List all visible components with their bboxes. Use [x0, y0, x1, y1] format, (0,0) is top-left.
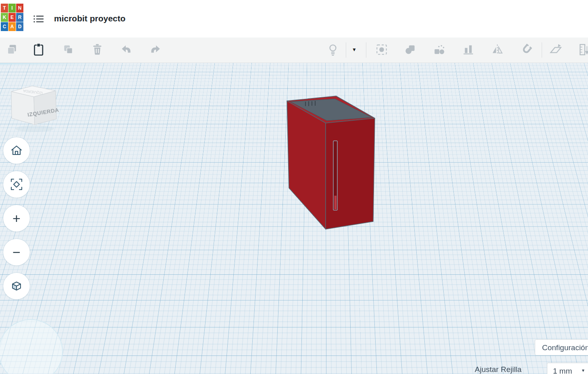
lightbulb-icon — [326, 43, 340, 56]
copy-icon — [5, 43, 19, 56]
plus-icon: + — [12, 211, 21, 225]
select-caret-icon: ▾ — [582, 368, 584, 373]
toolbar-divider — [346, 42, 346, 58]
snap-grid-label: Ajustar Rejilla — [475, 365, 522, 374]
home-icon — [9, 143, 24, 158]
workplane-button[interactable] — [549, 42, 563, 58]
paste-icon — [32, 42, 47, 57]
redo-icon — [149, 43, 162, 56]
logo-tile: T — [1, 4, 8, 13]
trash-icon — [91, 43, 104, 56]
header-bar: T I N K E R C A D microbit proyecto — [0, 0, 588, 38]
home-view-button[interactable] — [3, 137, 30, 164]
ruler-icon — [578, 43, 588, 56]
fit-view-icon — [9, 177, 24, 192]
zoom-out-button[interactable]: − — [3, 239, 30, 265]
logo-tile: R — [16, 13, 23, 22]
magnet-icon — [519, 43, 533, 56]
undo-icon — [119, 43, 133, 56]
ungroup-button[interactable] — [432, 42, 447, 58]
perspective-toggle-button[interactable] — [3, 273, 30, 299]
list-menu-icon — [33, 14, 44, 24]
perspective-cube-icon — [9, 279, 24, 293]
logo-tile: C — [1, 22, 8, 31]
model-slot-fill — [335, 196, 337, 209]
grid-settings-button[interactable]: Configuración — [535, 339, 588, 355]
visibility-dropdown-button[interactable]: ▼ — [349, 42, 359, 58]
chevron-down-icon: ▼ — [352, 47, 357, 52]
logo-tile: A — [8, 22, 16, 31]
snap-grid-select[interactable]: 1 mm ▾ — [547, 363, 588, 374]
selection-box-icon — [375, 43, 389, 56]
tinkercad-logo[interactable]: T I N K E R C A D — [1, 4, 23, 31]
show-all-button[interactable] — [326, 42, 340, 58]
group-button[interactable] — [403, 42, 418, 58]
ruler-button[interactable] — [577, 42, 588, 58]
delete-button[interactable] — [90, 42, 105, 58]
paste-button[interactable] — [32, 42, 47, 58]
align-icon — [461, 43, 475, 56]
mirror-icon — [490, 43, 504, 56]
logo-tile: D — [16, 22, 23, 31]
toolbar-divider — [542, 42, 542, 58]
mirror-button[interactable] — [490, 42, 505, 58]
select-button[interactable] — [374, 42, 389, 58]
duplicate-icon — [62, 43, 75, 56]
align-button[interactable] — [461, 42, 476, 58]
duplicate-button[interactable] — [61, 42, 76, 58]
view-cube[interactable]: IZQUIERDA IZQUIERDA — [8, 79, 62, 136]
logo-tile: N — [16, 4, 23, 13]
toolbar: ▼ — [0, 38, 588, 63]
group-icon — [403, 43, 417, 56]
snap-grid-value: 1 mm — [553, 367, 572, 374]
design-title[interactable]: microbit proyecto — [54, 14, 125, 23]
logo-tile: K — [1, 13, 8, 22]
menu-button[interactable] — [33, 14, 45, 25]
copy-button[interactable] — [5, 42, 19, 58]
fit-view-button[interactable] — [3, 171, 30, 198]
ungroup-icon — [432, 43, 446, 56]
workplane-canvas[interactable]: IZQUIERDA IZQUIERDA + − — [0, 63, 588, 374]
minus-icon: − — [12, 245, 21, 259]
zoom-in-button[interactable]: + — [3, 205, 30, 232]
logo-tile: E — [8, 13, 16, 22]
undo-button[interactable] — [119, 42, 133, 58]
workplane-icon — [549, 43, 563, 56]
snap-button[interactable] — [519, 42, 534, 58]
toolbar-divider — [366, 42, 366, 58]
redo-button[interactable] — [148, 42, 163, 58]
logo-tile: I — [8, 4, 16, 13]
